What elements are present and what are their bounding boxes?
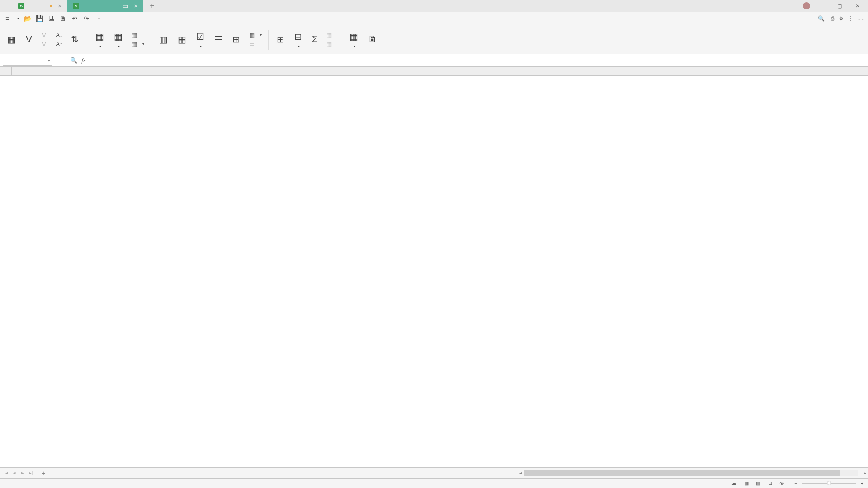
unsaved-indicator-icon — [50, 5, 52, 7]
cells-area[interactable] — [12, 76, 868, 467]
data-compare-button[interactable]: ▦▾ — [110, 30, 126, 49]
show-detail-icon: ▦ — [326, 32, 333, 39]
hide-detail-button: ▦ — [326, 41, 335, 48]
h-scrollbar[interactable] — [524, 470, 858, 476]
what-if-button[interactable]: ▦▾ — [248, 32, 262, 39]
restore-icon[interactable]: ▭ — [123, 2, 128, 9]
document-tab-active[interactable]: S ▭ × — [67, 0, 143, 12]
screenshot-icon[interactable]: ⎙ — [831, 15, 834, 22]
column-headers[interactable] — [12, 67, 868, 76]
hamburger-icon[interactable]: ≡ — [4, 15, 11, 22]
more-icon[interactable]: ⋮ — [848, 15, 854, 22]
validity-button[interactable]: ☑▾ — [193, 30, 208, 49]
record-form-icon: ☰ — [248, 41, 255, 48]
consolidate-icon: ⊞ — [232, 34, 240, 45]
sort-desc-button[interactable]: A↑ — [56, 41, 63, 48]
avatar-icon[interactable] — [803, 2, 810, 9]
sort-icon: ⇅ — [71, 34, 79, 45]
settings-icon[interactable]: ⚙ — [839, 15, 844, 22]
sort-asc-button[interactable]: A↓ — [56, 32, 63, 39]
formula-input[interactable] — [89, 56, 868, 66]
view-read-icon[interactable]: 👁 — [778, 480, 785, 487]
save-icon[interactable]: 💾 — [34, 14, 44, 23]
spreadsheet-icon: S — [18, 3, 24, 9]
group-icon: ⊞ — [277, 34, 284, 45]
sheet-bar: |◂◂▸▸| + ⋮ ◂ ▸ — [0, 467, 868, 478]
search-icon: 🔍 — [818, 15, 825, 22]
new-tab-button[interactable]: + — [143, 2, 160, 10]
menu-bar: ≡ ▾ 📂 💾 🖶 🗎 ↶ ↷ ▾ 🔍 ⎙ ⚙ ⋮ ︿ — [0, 12, 868, 25]
pivot-table-button[interactable]: ▦ — [4, 33, 19, 47]
hide-detail-icon: ▦ — [326, 41, 333, 48]
filter-icon: ∀ — [26, 34, 32, 45]
what-if-icon: ▦ — [248, 32, 255, 39]
group-button[interactable]: ⊞ — [273, 33, 288, 47]
scroll-left-icon[interactable]: ◂ — [517, 470, 524, 475]
smart-fill-icon: ▦ — [178, 34, 186, 45]
formula-bar: ▾ 🔍 fx — [0, 54, 868, 67]
app-title — [0, 0, 13, 12]
zoom-in-button[interactable]: + — [861, 481, 863, 486]
merge-table-button[interactable]: ▦▾ — [346, 30, 362, 49]
spreadsheet-grid[interactable] — [0, 67, 868, 467]
autofilter-button[interactable]: ∀ — [22, 33, 36, 47]
dropdown-list-button[interactable]: ☰ — [211, 33, 226, 47]
import-text-button[interactable]: 🗎 — [364, 33, 381, 47]
minimize-button[interactable]: — — [815, 0, 828, 12]
subtotal-button[interactable]: Σ — [308, 33, 321, 47]
sort-asc-icon: A↓ — [56, 32, 63, 39]
name-box[interactable]: ▾ — [3, 56, 52, 66]
zoom-slider[interactable] — [802, 483, 856, 484]
cancel-fx-icon[interactable]: 🔍 — [69, 57, 79, 64]
pivot-icon: ▦ — [7, 34, 16, 45]
cloud-icon: ☁ — [731, 480, 736, 486]
add-sheet-button[interactable]: + — [37, 469, 50, 477]
del-dup-button[interactable]: ▦ — [131, 32, 144, 39]
backup-status[interactable]: ☁ — [731, 480, 738, 486]
reject-dup-button[interactable]: ▦▾ — [131, 41, 144, 48]
text-to-col-icon: ▥ — [159, 34, 168, 45]
close-icon[interactable]: × — [134, 2, 137, 9]
file-menu[interactable]: ▾ — [13, 15, 21, 21]
subtotal-icon: Σ — [312, 34, 317, 45]
zoom-out-button[interactable]: − — [794, 481, 797, 486]
view-page-icon[interactable]: ▤ — [755, 480, 762, 487]
fx-icon[interactable]: fx — [79, 57, 89, 64]
document-tab[interactable]: S × — [13, 0, 67, 12]
consolidate-button[interactable]: ⊞ — [229, 33, 244, 47]
merge-table-icon: ▦ — [349, 31, 358, 42]
view-freeze-icon[interactable]: ⊞ — [766, 480, 774, 487]
collapse-ribbon-icon[interactable]: ︿ — [858, 14, 864, 23]
import-text-icon: 🗎 — [368, 34, 377, 45]
show-all-button: ∀ — [40, 32, 49, 39]
select-all-corner[interactable] — [0, 67, 12, 76]
close-button[interactable]: ✕ — [851, 0, 864, 12]
search-command[interactable]: 🔍 — [818, 15, 826, 22]
print-icon[interactable]: 🖶 — [46, 14, 56, 23]
sort-desc-icon: A↑ — [56, 41, 63, 48]
maximize-button[interactable]: ▢ — [833, 0, 846, 12]
print-preview-icon[interactable]: 🗎 — [58, 14, 68, 23]
ungroup-button[interactable]: ⊟▾ — [291, 30, 306, 49]
smart-fill-button[interactable]: ▦ — [174, 33, 190, 47]
text-to-columns-button[interactable]: ▥ — [156, 33, 171, 47]
highlight-dup-button[interactable]: ▦▾ — [92, 30, 108, 49]
status-bar: ☁ ▦ ▤ ⊞ 👁 − + — [0, 478, 868, 488]
sort-button[interactable]: ⇅ — [67, 33, 82, 47]
reapply-icon: ∀ — [40, 41, 47, 48]
open-icon[interactable]: 📂 — [23, 14, 33, 23]
view-normal-icon[interactable]: ▦ — [743, 480, 750, 487]
close-icon[interactable]: × — [58, 2, 61, 9]
redo-icon[interactable]: ↷ — [81, 14, 91, 23]
validity-icon: ☑ — [196, 31, 204, 42]
sheet-nav[interactable]: |◂◂▸▸| — [0, 470, 37, 476]
scroll-right-icon[interactable]: ▸ — [862, 470, 868, 475]
show-all-icon: ∀ — [40, 32, 47, 39]
del-dup-icon: ▦ — [131, 32, 138, 39]
spreadsheet-icon: S — [73, 3, 79, 9]
undo-icon[interactable]: ↶ — [70, 14, 80, 23]
scroll-split-icon[interactable]: ⋮ — [511, 470, 517, 475]
ungroup-icon: ⊟ — [294, 31, 302, 42]
qat-more-icon[interactable]: ▾ — [94, 14, 104, 23]
record-form-button[interactable]: ☰ — [248, 41, 262, 48]
